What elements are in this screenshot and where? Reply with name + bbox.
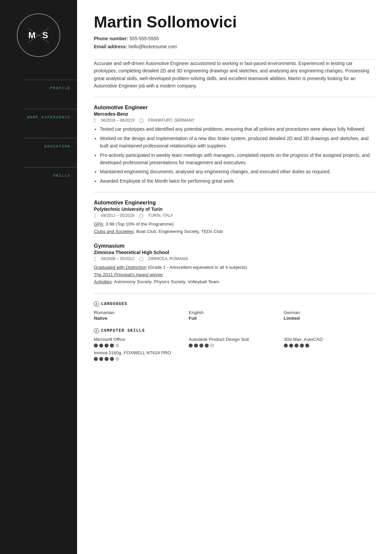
clubs-label: Clubs and Societies [94,229,134,234]
bullet-5: Awarded Employee of the Month twice for … [100,177,375,185]
section-divider [94,192,375,192]
profile-text: Accurate and self-driven Automotive Engi… [94,60,375,90]
email-value: hello@kickresume.com [129,44,177,49]
dot [194,344,198,348]
job-location: FRANKFURT, GERMANY [148,118,194,123]
info-icon-comp: i [94,328,99,333]
languages-category: i LANGUAGES Romanian Native English Full… [94,301,375,321]
job-meta: ⌶ 06/2016 – 06/2019 ◯ FRANKFURT, GERMANY [94,118,375,123]
cal-icon: ⌶ [94,213,96,218]
edu-date-1: 09/2012 – 05/2016 [101,213,134,218]
edu-institution-2: Zimnicea Theoretical High School [94,250,375,255]
skill-3ds: 3Ds Max, AutoCAD [284,337,375,348]
bullet-1: Tested car prototypes and identified any… [100,125,375,133]
lang-item-german: German Limited [284,310,375,321]
dot [94,357,98,361]
skill-ms-office-dots [94,344,185,348]
edu-award: The 2011 Principal's Award winner [94,271,375,279]
email-row: Email address: hello@kickresume.com [94,44,375,49]
sidebar: M S PROFILE WORK EXPERIENCE EDUCATION SK… [0,0,77,554]
phone-row: Phone number: 555-555-5555 [94,36,375,41]
computer-skills-category: i COMPUTER SKILLS Microsoft Office Autod… [94,328,375,361]
edu-degree-1: Automotive Engineering [94,200,375,206]
skill-3ds-name: 3Ds Max, AutoCAD [284,337,375,342]
profile-section: Accurate and self-driven Automotive Engi… [94,60,375,90]
email-label: Email address: [94,44,127,49]
bullet-3: Pro-actively participated in weekly team… [100,151,375,167]
edu-date-2: 09/2008 – 05/2012 [101,256,134,261]
edu-distinction: Graduated with Distinction (Grade 1 - A/… [94,264,375,271]
dot [205,344,209,348]
phone-label: Phone number: [94,36,128,41]
award-label: The 2011 Principal's Award winner [94,272,163,277]
dot [295,344,299,348]
dot [110,344,114,348]
skill-innova: Innova 3160g, FOXWELL NT624 PRO [94,350,185,361]
sidebar-label-work: WORK EXPERIENCE [0,115,77,119]
edu-block-2: Gymnasium Zimnicea Theoretical High Scho… [94,243,375,286]
skill-autodesk: Autodesk Product Design Suit [189,337,280,348]
dot [189,344,193,348]
languages-grid: Romanian Native English Full German Limi… [94,310,375,321]
computer-skills-grid: Microsoft Office Autodesk Product Design… [94,337,375,361]
sidebar-section-work: WORK EXPERIENCE [0,96,77,125]
divider [23,80,77,80]
dot [284,344,288,348]
edu-block-1: Automotive Engineering Polytechnic Unive… [94,200,375,235]
divider [23,109,77,109]
sidebar-label-education: EDUCATION [0,144,77,148]
edu-clubs: Clubs and Societies: Boat Club, Engineer… [94,228,375,235]
skill-ms-office-name: Microsoft Office [94,337,185,342]
header: Martin Sollomovici Phone number: 555-555… [94,13,375,60]
main-content: Martin Sollomovici Phone number: 555-555… [77,0,392,554]
skill-innova-name: Innova 3160g, FOXWELL NT624 PRO [94,350,185,355]
computer-label: i COMPUTER SKILLS [94,328,375,333]
lang-level-german: Limited [284,316,375,321]
clubs-value: : Boat Club, Engineering Society, TEDx C… [134,229,223,234]
education-section: Automotive Engineering Polytechnic Unive… [94,200,375,286]
lang-name-german: German [284,310,375,315]
phone-value: 555-555-5555 [130,36,159,41]
edu-degree-2: Gymnasium [94,243,375,249]
dot [99,357,103,361]
job-company: Mercedes-Benz [94,111,375,117]
distinction-value: (Grade 1 - A/excellent equivalent in all… [147,265,247,270]
distinction-label: Graduated with Distinction [94,265,147,270]
gpa-value: : 3.98 (Top 10% of the Programme) [103,222,174,227]
section-divider [94,294,375,294]
dot [199,344,203,348]
divider [23,138,77,138]
gpa-label: GPA [94,222,103,227]
bullet-4: Maintained engineering documents, analys… [100,168,375,175]
section-divider [94,97,375,97]
skills-section: i LANGUAGES Romanian Native English Full… [94,301,375,361]
edu-institution-1: Polytechnic University of Turin [94,206,375,212]
dot [289,344,293,348]
lang-level-english: Full [189,316,280,321]
dot [105,344,109,348]
lang-name-romanian: Romanian [94,310,185,315]
lang-item-romanian: Romanian Native [94,310,185,321]
bullet-2: Worked on the design and implementation … [100,135,375,150]
dot [115,344,119,348]
edu-activities: Activities: Astronomy Society, Physics S… [94,278,375,286]
dot [110,357,114,361]
activities-value: : Astronomy Society, Physics Society, Vo… [112,279,219,284]
skill-innova-dots [94,357,185,361]
dot [115,357,119,361]
lang-item-english: English Full [189,310,280,321]
skill-3ds-dots [284,344,375,348]
edu-meta-2: ⌶ 09/2008 – 05/2012 ◯ ZIMNICEA, ROMANIA [94,256,375,261]
sidebar-section-skills: SKILLS [0,155,77,184]
loc-icon2: ◯ [139,256,143,261]
edu-loc-2: ZIMNICEA, ROMANIA [148,256,188,261]
sidebar-label-profile: PROFILE [0,86,77,90]
lang-level-romanian: Native [94,316,185,321]
dot [105,357,109,361]
dot [300,344,304,348]
full-name: Martin Sollomovici [94,13,375,31]
calendar-icon: ⌶ [94,118,96,123]
dot [94,344,98,348]
job-date: 06/2016 – 06/2019 [101,118,134,123]
dot [305,344,309,348]
